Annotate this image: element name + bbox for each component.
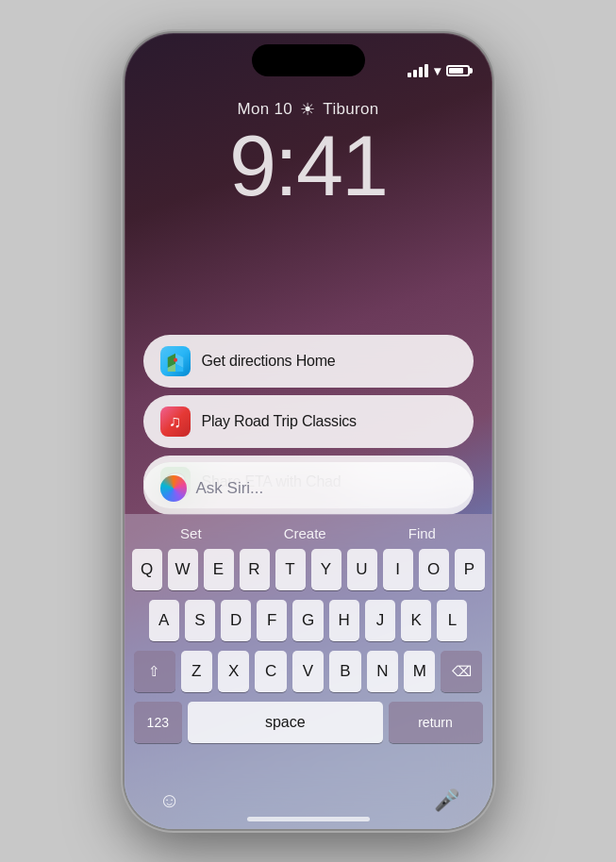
siri-input-container[interactable]: Ask Siri... xyxy=(143,462,474,515)
signal-icon xyxy=(408,64,428,77)
key-a[interactable]: A xyxy=(149,600,179,641)
music-app-icon: ♫ xyxy=(160,406,191,437)
delete-key[interactable]: ⌫ xyxy=(441,651,482,692)
siri-input-field[interactable]: Ask Siri... xyxy=(143,462,474,515)
return-key[interactable]: return xyxy=(389,702,483,743)
suggestion-directions-text: Get directions Home xyxy=(202,353,336,370)
key-j[interactable]: J xyxy=(365,600,395,641)
lock-screen-content: Mon 10 ☀ Tiburon 9:41 xyxy=(125,90,492,208)
siri-placeholder-text: Ask Siri... xyxy=(196,479,264,498)
space-key[interactable]: space xyxy=(188,702,382,743)
keyboard-rows: Q W E R T Y U I O P A S D F G H J K xyxy=(130,549,487,743)
phone-frame: ▾ Mon 10 ☀ Tiburon 9:41 xyxy=(125,33,492,829)
location-label: Tiburon xyxy=(323,100,378,119)
key-g[interactable]: G xyxy=(292,600,323,641)
key-t[interactable]: T xyxy=(275,549,306,590)
wifi-icon: ▾ xyxy=(434,63,441,78)
date-label: Mon 10 xyxy=(238,100,293,119)
mic-button[interactable]: 🎤 xyxy=(430,784,464,818)
key-row-1: Q W E R T Y U I O P xyxy=(134,549,483,590)
shift-key[interactable]: ⇧ xyxy=(134,651,175,692)
battery-icon xyxy=(446,65,470,76)
date-weather-row: Mon 10 ☀ Tiburon xyxy=(238,99,379,120)
svg-point-4 xyxy=(173,358,176,362)
key-k[interactable]: K xyxy=(401,600,431,641)
emoji-button[interactable]: ☺ xyxy=(153,784,187,818)
key-d[interactable]: D xyxy=(221,600,251,641)
key-o[interactable]: O xyxy=(419,549,449,590)
keyboard-bottom-bar: ☺ 🎤 xyxy=(125,782,492,829)
key-c[interactable]: C xyxy=(255,651,286,692)
suggestion-directions[interactable]: Get directions Home xyxy=(143,335,474,388)
key-i[interactable]: I xyxy=(383,549,413,590)
key-v[interactable]: V xyxy=(292,651,324,692)
key-r[interactable]: R xyxy=(240,549,270,590)
key-l[interactable]: L xyxy=(437,600,467,641)
shortcut-find[interactable]: Find xyxy=(408,525,436,541)
maps-icon-svg xyxy=(165,351,186,372)
key-x[interactable]: X xyxy=(218,651,249,692)
key-z[interactable]: Z xyxy=(181,651,212,692)
key-p[interactable]: P xyxy=(455,549,485,590)
key-f[interactable]: F xyxy=(257,600,287,641)
key-w[interactable]: W xyxy=(168,549,198,590)
key-s[interactable]: S xyxy=(185,600,215,641)
home-indicator xyxy=(247,817,370,821)
key-row-4: 123 space return xyxy=(134,702,483,743)
shortcut-create[interactable]: Create xyxy=(284,525,326,541)
key-e[interactable]: E xyxy=(204,549,234,590)
status-icons: ▾ xyxy=(408,63,470,78)
key-u[interactable]: U xyxy=(347,549,377,590)
key-b[interactable]: B xyxy=(329,651,360,692)
keyboard-shortcuts-row: Set Create Find xyxy=(130,522,487,549)
numbers-key[interactable]: 123 xyxy=(134,702,183,743)
key-h[interactable]: H xyxy=(329,600,359,641)
key-q[interactable]: Q xyxy=(132,549,162,590)
suggestion-music-text: Play Road Trip Classics xyxy=(202,413,357,430)
dynamic-island xyxy=(252,44,365,76)
music-note-icon: ♫ xyxy=(169,412,182,432)
weather-icon: ☀ xyxy=(300,99,315,120)
key-n[interactable]: N xyxy=(367,651,398,692)
key-y[interactable]: Y xyxy=(311,549,341,590)
suggestion-music[interactable]: ♫ Play Road Trip Classics xyxy=(143,395,474,448)
shortcut-set[interactable]: Set xyxy=(180,525,202,541)
maps-app-icon xyxy=(160,346,191,376)
keyboard-area: Set Create Find Q W E R T Y U I O P A S xyxy=(125,514,492,829)
siri-swirl-icon xyxy=(160,475,187,502)
key-m[interactable]: M xyxy=(404,651,435,692)
time-display: 9:41 xyxy=(229,124,387,208)
key-row-2: A S D F G H J K L xyxy=(134,600,483,641)
key-row-3: ⇧ Z X C V B N M ⌫ xyxy=(134,651,483,692)
